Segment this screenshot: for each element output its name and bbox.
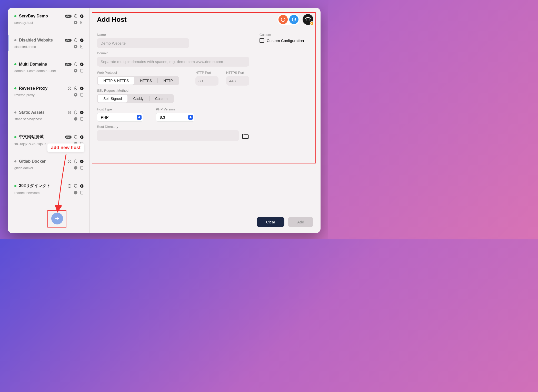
site-name: Disabled Website [19,38,62,43]
pause-icon[interactable] [80,62,84,66]
https-port-label: HTTPS Port [226,71,249,75]
log-icon[interactable] [80,45,84,49]
svg-point-1 [80,14,83,18]
log-icon[interactable] [80,20,84,25]
shield-lock-icon [74,14,78,18]
static-icon [67,110,72,115]
ssl-label: SSL Request Method [97,89,249,92]
status-dot-icon [14,111,16,114]
svg-rect-40 [81,166,83,169]
protocol-option[interactable]: HTTPS [134,77,157,85]
shield-icon [74,135,78,139]
annotation-tooltip: add new host [47,143,84,152]
shield-icon [74,184,78,188]
play-icon[interactable] [80,159,84,163]
compass-icon[interactable] [74,93,78,97]
log-icon[interactable] [80,69,84,73]
site-item[interactable]: 302リダイレクト redirect.new.com [8,181,89,197]
log-icon[interactable] [80,191,84,195]
protocol-option[interactable]: HTTP [158,77,178,85]
compass-icon[interactable] [74,117,78,121]
https-port-input[interactable] [226,76,249,86]
add-host-button[interactable] [51,213,63,224]
php-version-select[interactable]: 8.3 [156,113,194,122]
host-type-label: Host Type [97,107,143,111]
root-dir-input[interactable] [97,130,239,141]
shield-icon [74,110,78,115]
status-dot-icon [14,87,16,89]
svg-rect-23 [82,88,82,89]
svg-rect-18 [81,69,83,72]
site-name: Gitlab Docker [19,159,65,164]
refresh-icon [291,17,296,22]
site-item[interactable]: Gitlab Docker gitlab.docker [8,157,89,172]
compass-icon[interactable] [74,166,78,170]
status-dot-icon [14,39,16,41]
php-version-label: PHP Version [156,107,194,111]
svg-point-21 [80,87,83,90]
site-item[interactable]: Disabled Website php disabled.demo [8,35,89,51]
compass-icon[interactable] [74,45,78,49]
status-dot-icon [14,136,16,138]
svg-rect-46 [81,191,83,194]
svg-point-20 [68,87,71,90]
pause-icon[interactable] [80,14,84,18]
shield-icon [74,38,78,42]
http-port-input[interactable] [195,76,218,86]
svg-point-39 [74,166,77,169]
svg-rect-3 [82,15,82,17]
app-window: ServBay Demo php servbay.host Disabled W… [8,8,321,233]
domain-label: Domain [97,51,249,55]
add-button[interactable]: Add [288,217,313,227]
host-type-select[interactable]: PHP [97,113,143,122]
svg-rect-26 [68,111,71,114]
pause-icon[interactable] [80,184,84,188]
browse-folder-button[interactable] [242,132,249,139]
svg-point-28 [70,112,70,112]
svg-rect-22 [81,88,82,89]
svg-point-27 [69,112,69,112]
site-item[interactable]: Static Assets static.servbay.host [8,108,89,123]
site-item[interactable]: ServBay Demo php servbay.host [8,11,89,27]
avatar[interactable] [303,14,313,25]
shield-x-icon [74,86,78,90]
custom-config-label: Custom Configuration [267,38,304,43]
svg-rect-44 [82,185,82,187]
site-name: 302リダイレクト [19,183,65,189]
custom-config-checkbox[interactable] [260,38,264,43]
site-domain: redirect.new.com [14,191,74,195]
svg-rect-31 [81,117,83,120]
svg-point-0 [75,16,76,16]
ssl-option[interactable]: Caddy [127,95,149,102]
ssl-option[interactable]: Custom [150,95,173,102]
log-icon[interactable] [80,117,84,121]
play-icon[interactable] [80,38,84,42]
php-badge-icon: php [65,15,72,18]
refresh-button[interactable] [289,15,298,24]
site-domain: servbay.host [14,21,74,25]
site-item[interactable]: Multi Domains php domain-1.com domain-2.… [8,59,89,75]
http-port-label: HTTP Port [195,71,218,75]
compass-icon[interactable] [74,69,78,73]
svg-rect-15 [81,64,82,65]
ssl-option[interactable]: Self-Signed [98,95,127,102]
pause-icon[interactable] [80,86,84,90]
domain-input[interactable] [97,57,249,67]
power-button[interactable] [278,15,288,24]
name-input[interactable] [97,38,189,48]
log-icon[interactable] [80,166,84,170]
play-icon[interactable] [80,110,84,115]
site-domain: disabled.demo [14,45,74,49]
compass-icon[interactable] [74,191,78,195]
protocol-option[interactable]: HTTP & HTTPS [98,77,134,85]
compass-icon[interactable] [74,20,78,25]
site-name: Static Assets [19,110,65,115]
site-domain: reverse.proxy [14,93,74,97]
site-item[interactable]: Reverse Proxy reverse.proxy [8,84,89,99]
pause-icon[interactable] [80,135,84,139]
log-icon[interactable] [80,93,84,97]
page-title: Add Host [97,16,277,24]
clear-button[interactable]: Clear [257,217,284,227]
sidebar: ServBay Demo php servbay.host Disabled W… [8,8,90,233]
redirect-icon [67,184,72,188]
